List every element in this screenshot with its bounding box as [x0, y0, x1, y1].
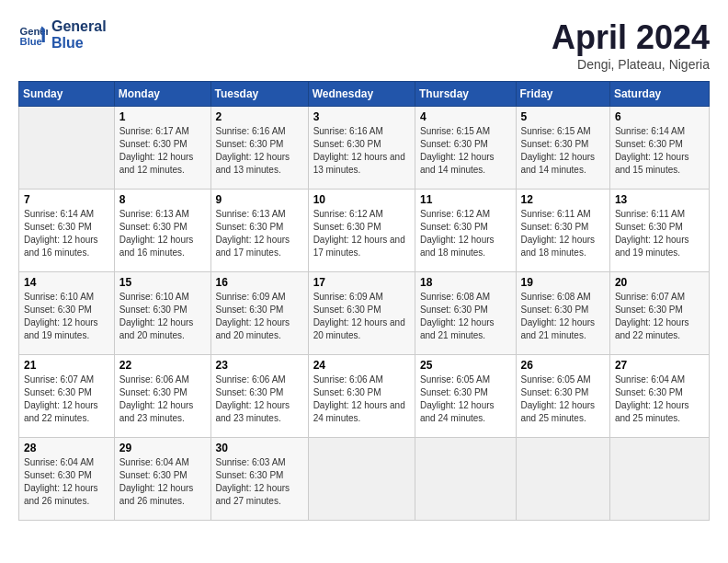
day-number: 20: [615, 276, 704, 289]
calendar-cell: 13Sunrise: 6:11 AMSunset: 6:30 PMDayligh…: [609, 190, 709, 272]
calendar-cell: 30Sunrise: 6:03 AMSunset: 6:30 PMDayligh…: [210, 438, 308, 521]
day-number: 10: [313, 193, 410, 206]
calendar-cell: 15Sunrise: 6:10 AMSunset: 6:30 PMDayligh…: [114, 272, 210, 355]
title-block: April 2024 Dengi, Plateau, Nigeria: [552, 18, 710, 72]
day-number: 17: [313, 276, 410, 289]
day-number: 25: [420, 359, 511, 372]
day-info: Sunrise: 6:08 AMSunset: 6:30 PMDaylight:…: [521, 291, 605, 342]
calendar-cell: 8Sunrise: 6:13 AMSunset: 6:30 PMDaylight…: [114, 190, 210, 272]
weekday-header-saturday: Saturday: [609, 82, 709, 107]
day-number: 13: [615, 193, 704, 206]
calendar-cell: 23Sunrise: 6:06 AMSunset: 6:30 PMDayligh…: [210, 355, 308, 438]
day-number: 4: [420, 110, 511, 123]
calendar-cell: 3Sunrise: 6:16 AMSunset: 6:30 PMDaylight…: [308, 107, 415, 190]
day-number: 11: [420, 193, 511, 206]
day-info: Sunrise: 6:06 AMSunset: 6:30 PMDaylight:…: [313, 373, 410, 425]
calendar-cell: 17Sunrise: 6:09 AMSunset: 6:30 PMDayligh…: [308, 272, 415, 355]
calendar-cell: 2Sunrise: 6:16 AMSunset: 6:30 PMDaylight…: [210, 107, 308, 190]
day-number: 29: [119, 442, 206, 454]
day-info: Sunrise: 6:10 AMSunset: 6:30 PMDaylight:…: [24, 291, 109, 342]
weekday-header-friday: Friday: [516, 82, 609, 107]
day-info: Sunrise: 6:12 AMSunset: 6:30 PMDaylight:…: [313, 208, 410, 259]
day-info: Sunrise: 6:09 AMSunset: 6:30 PMDaylight:…: [313, 291, 410, 342]
day-info: Sunrise: 6:07 AMSunset: 6:30 PMDaylight:…: [24, 373, 109, 425]
day-info: Sunrise: 6:12 AMSunset: 6:30 PMDaylight:…: [420, 208, 511, 259]
day-number: 6: [615, 110, 704, 123]
calendar-cell: 18Sunrise: 6:08 AMSunset: 6:30 PMDayligh…: [415, 272, 516, 355]
calendar-cell: 1Sunrise: 6:17 AMSunset: 6:30 PMDaylight…: [114, 107, 210, 190]
calendar-cell: 27Sunrise: 6:04 AMSunset: 6:30 PMDayligh…: [609, 355, 709, 438]
day-info: Sunrise: 6:14 AMSunset: 6:30 PMDaylight:…: [24, 208, 109, 259]
calendar-cell: 28Sunrise: 6:04 AMSunset: 6:30 PMDayligh…: [19, 438, 115, 521]
calendar-cell: [609, 438, 709, 521]
day-info: Sunrise: 6:16 AMSunset: 6:30 PMDaylight:…: [216, 125, 303, 177]
calendar-cell: 4Sunrise: 6:15 AMSunset: 6:30 PMDaylight…: [415, 107, 516, 190]
calendar-cell: 20Sunrise: 6:07 AMSunset: 6:30 PMDayligh…: [609, 272, 709, 355]
logo-icon: General Blue: [18, 20, 48, 50]
day-info: Sunrise: 6:06 AMSunset: 6:30 PMDaylight:…: [119, 373, 206, 425]
day-number: 26: [521, 359, 605, 372]
logo-blue: Blue: [51, 35, 107, 52]
calendar-cell: [308, 438, 415, 521]
calendar-cell: 10Sunrise: 6:12 AMSunset: 6:30 PMDayligh…: [308, 190, 415, 272]
weekday-header-monday: Monday: [114, 82, 210, 107]
day-number: 24: [313, 359, 410, 372]
day-info: Sunrise: 6:03 AMSunset: 6:30 PMDaylight:…: [216, 456, 303, 508]
day-info: Sunrise: 6:07 AMSunset: 6:30 PMDaylight:…: [615, 291, 704, 342]
day-info: Sunrise: 6:14 AMSunset: 6:30 PMDaylight:…: [615, 125, 704, 177]
calendar-cell: 5Sunrise: 6:15 AMSunset: 6:30 PMDaylight…: [516, 107, 609, 190]
logo: General Blue General Blue: [18, 18, 107, 51]
day-number: 12: [521, 193, 605, 206]
calendar-week-row: 1Sunrise: 6:17 AMSunset: 6:30 PMDaylight…: [19, 107, 710, 190]
month-title: April 2024: [552, 18, 710, 57]
day-number: 16: [216, 276, 303, 289]
calendar-body: 1Sunrise: 6:17 AMSunset: 6:30 PMDaylight…: [19, 107, 710, 521]
calendar-week-row: 14Sunrise: 6:10 AMSunset: 6:30 PMDayligh…: [19, 272, 710, 355]
calendar-cell: 24Sunrise: 6:06 AMSunset: 6:30 PMDayligh…: [308, 355, 415, 438]
day-info: Sunrise: 6:05 AMSunset: 6:30 PMDaylight:…: [420, 373, 511, 425]
day-number: 2: [216, 110, 303, 123]
day-info: Sunrise: 6:11 AMSunset: 6:30 PMDaylight:…: [615, 208, 704, 259]
svg-text:Blue: Blue: [20, 36, 42, 47]
day-number: 9: [216, 193, 303, 206]
day-info: Sunrise: 6:09 AMSunset: 6:30 PMDaylight:…: [216, 291, 303, 342]
calendar-week-row: 21Sunrise: 6:07 AMSunset: 6:30 PMDayligh…: [19, 355, 710, 438]
day-number: 5: [521, 110, 605, 123]
day-info: Sunrise: 6:15 AMSunset: 6:30 PMDaylight:…: [521, 125, 605, 177]
calendar-cell: 22Sunrise: 6:06 AMSunset: 6:30 PMDayligh…: [114, 355, 210, 438]
calendar-cell: 7Sunrise: 6:14 AMSunset: 6:30 PMDaylight…: [19, 190, 115, 272]
day-info: Sunrise: 6:13 AMSunset: 6:30 PMDaylight:…: [216, 208, 303, 259]
day-info: Sunrise: 6:06 AMSunset: 6:30 PMDaylight:…: [216, 373, 303, 425]
calendar-week-row: 7Sunrise: 6:14 AMSunset: 6:30 PMDaylight…: [19, 190, 710, 272]
page-header: General Blue General Blue April 2024 Den…: [18, 18, 710, 72]
day-info: Sunrise: 6:11 AMSunset: 6:30 PMDaylight:…: [521, 208, 605, 259]
day-number: 18: [420, 276, 511, 289]
calendar-cell: 26Sunrise: 6:05 AMSunset: 6:30 PMDayligh…: [516, 355, 609, 438]
day-info: Sunrise: 6:05 AMSunset: 6:30 PMDaylight:…: [521, 373, 605, 425]
logo-general: General: [51, 18, 107, 35]
day-number: 23: [216, 359, 303, 372]
day-number: 27: [615, 359, 704, 372]
day-info: Sunrise: 6:04 AMSunset: 6:30 PMDaylight:…: [615, 373, 704, 425]
calendar-cell: 12Sunrise: 6:11 AMSunset: 6:30 PMDayligh…: [516, 190, 609, 272]
day-number: 19: [521, 276, 605, 289]
weekday-header-sunday: Sunday: [19, 82, 115, 107]
weekday-header-thursday: Thursday: [415, 82, 516, 107]
location: Dengi, Plateau, Nigeria: [552, 57, 710, 72]
weekday-header-wednesday: Wednesday: [308, 82, 415, 107]
day-info: Sunrise: 6:17 AMSunset: 6:30 PMDaylight:…: [119, 125, 206, 177]
calendar-cell: 14Sunrise: 6:10 AMSunset: 6:30 PMDayligh…: [19, 272, 115, 355]
calendar-cell: [19, 107, 115, 190]
calendar-cell: 25Sunrise: 6:05 AMSunset: 6:30 PMDayligh…: [415, 355, 516, 438]
calendar-cell: 9Sunrise: 6:13 AMSunset: 6:30 PMDaylight…: [210, 190, 308, 272]
day-info: Sunrise: 6:10 AMSunset: 6:30 PMDaylight:…: [119, 291, 206, 342]
day-info: Sunrise: 6:04 AMSunset: 6:30 PMDaylight:…: [119, 456, 206, 508]
day-number: 15: [119, 276, 206, 289]
day-info: Sunrise: 6:08 AMSunset: 6:30 PMDaylight:…: [420, 291, 511, 342]
calendar-table: SundayMondayTuesdayWednesdayThursdayFrid…: [18, 81, 710, 521]
day-number: 7: [24, 193, 109, 206]
calendar-week-row: 28Sunrise: 6:04 AMSunset: 6:30 PMDayligh…: [19, 438, 710, 521]
calendar-cell: 16Sunrise: 6:09 AMSunset: 6:30 PMDayligh…: [210, 272, 308, 355]
day-number: 1: [119, 110, 206, 123]
calendar-cell: [415, 438, 516, 521]
